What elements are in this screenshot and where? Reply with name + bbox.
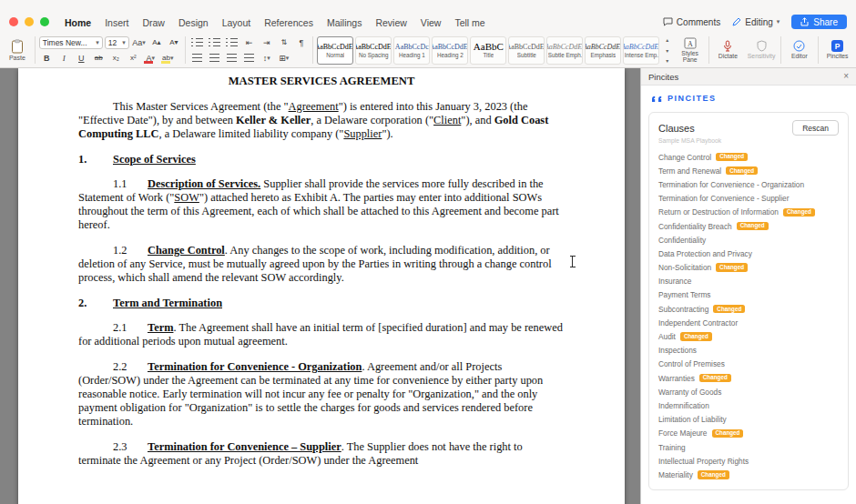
zoom-window-button[interactable] xyxy=(40,17,49,26)
clause-item-termination-for-convenience-organization[interactable]: Termination for Convenience - Organizati… xyxy=(658,177,839,191)
styles-gallery-scroll[interactable]: ▴ ▾ ▾ xyxy=(663,36,671,64)
multilevel-list-button[interactable] xyxy=(224,36,239,49)
clause-item-non-solicitation[interactable]: Non-SolicitationChanged xyxy=(658,261,839,275)
style-normal[interactable]: AaBbCcDdEeNormal xyxy=(317,36,353,65)
justify-button[interactable] xyxy=(241,52,257,65)
clause-label: Confidentiality xyxy=(658,236,706,245)
tab-design[interactable]: Design xyxy=(178,15,209,30)
style-subtitle[interactable]: AaBbCcDdEeSubtitle xyxy=(508,36,545,65)
document-paragraph: This Master Services Agreement (the "Agr… xyxy=(78,100,565,141)
clause-label: Term and Renewal xyxy=(658,166,721,176)
style-heading-2[interactable]: AaBbCcDdEeHeading 2 xyxy=(432,36,468,65)
rescan-button[interactable]: Rescan xyxy=(792,120,839,136)
clause-item-termination-for-convenience-supplier[interactable]: Termination for Convenience - Supplier xyxy=(658,192,839,206)
clause-label: Force Majeure xyxy=(658,428,708,438)
clause-item-training[interactable]: Training xyxy=(658,440,839,454)
share-button[interactable]: Share xyxy=(791,15,847,29)
shrink-font-button[interactable]: A▾ xyxy=(166,36,181,49)
tab-draw[interactable]: Draw xyxy=(141,15,166,30)
change-case-button[interactable]: Aa▾ xyxy=(131,36,148,49)
bold-button[interactable]: B xyxy=(39,52,55,65)
document-page[interactable]: MASTER SERVICES AGREEMENT This Master Se… xyxy=(18,68,625,504)
style-subtle-emph[interactable]: AaBbCcDdEeSubtle Emph... xyxy=(546,36,583,65)
clause-item-return-or-destruction-of-information[interactable]: Return or Destruction of InformationChan… xyxy=(658,206,839,219)
grow-font-button[interactable]: A▴ xyxy=(148,36,164,49)
align-center-button[interactable] xyxy=(207,52,222,65)
pincites-logo-text: PINCITES xyxy=(667,94,717,103)
editing-mode-button[interactable]: Editing ▾ xyxy=(732,17,780,27)
tab-tell-me[interactable]: Tell me xyxy=(453,15,485,30)
clause-item-independent-contractor[interactable]: Independent Contractor xyxy=(658,316,839,329)
gallery-scroll-up-icon[interactable]: ▴ xyxy=(666,36,668,43)
styles-pane-button[interactable]: A Styles Pane xyxy=(675,37,705,64)
tab-layout[interactable]: Layout xyxy=(221,15,252,30)
tab-view[interactable]: View xyxy=(420,15,443,30)
clause-item-indemnification[interactable]: Indemnification xyxy=(658,398,839,412)
style-title[interactable]: AaBbCTitle xyxy=(470,36,506,65)
style-intense-emp[interactable]: AaBbCcDdEeIntense Emp... xyxy=(623,36,659,65)
clause-label: Payment Terms xyxy=(658,290,710,299)
minimize-window-button[interactable] xyxy=(25,17,34,26)
styles-gallery: AaBbCcDdEeNormalAaBbCcDdEeNo SpacingAaBb… xyxy=(317,36,659,65)
clause-item-force-majeure[interactable]: Force MajeureChanged xyxy=(658,427,839,440)
borders-button[interactable]: ⊞▾ xyxy=(276,52,291,65)
editor-button[interactable]: Editor xyxy=(785,40,815,60)
outdent-button[interactable]: ⇤ xyxy=(241,36,257,49)
tab-references[interactable]: References xyxy=(263,15,314,30)
superscript-button[interactable]: x² xyxy=(126,52,141,65)
clause-item-subcontracting[interactable]: SubcontractingChanged xyxy=(658,302,839,316)
indent-button[interactable]: ⇥ xyxy=(259,36,274,49)
tab-home[interactable]: Home xyxy=(64,15,92,30)
style-heading-1[interactable]: AaBbCcDcHeading 1 xyxy=(393,36,430,65)
bullet-list-button[interactable] xyxy=(189,36,205,49)
close-window-button[interactable] xyxy=(9,17,18,26)
close-panel-icon[interactable]: × xyxy=(843,72,849,81)
clause-item-change-control[interactable]: Change ControlChanged xyxy=(658,150,839,164)
tab-insert[interactable]: Insert xyxy=(104,15,129,30)
font-size-select[interactable]: 12▾ xyxy=(105,36,129,49)
clause-item-insurance[interactable]: Insurance xyxy=(658,275,839,288)
line-spacing-button[interactable]: ↕▾ xyxy=(259,52,274,65)
pincites-addin-button[interactable]: P Pincites xyxy=(822,40,852,60)
numbered-list-button[interactable] xyxy=(207,36,222,49)
style-emphasis[interactable]: AaBbCcDdEeEmphasis xyxy=(585,36,621,65)
font-color-button[interactable]: A▾ xyxy=(143,52,158,65)
gallery-expand-icon[interactable]: ▾ xyxy=(666,57,668,64)
underline-button[interactable]: U xyxy=(74,52,89,65)
clause-item-audit[interactable]: AuditChanged xyxy=(658,329,839,343)
subscript-button[interactable]: x₂ xyxy=(108,52,124,65)
tab-review[interactable]: Review xyxy=(374,15,407,30)
clause-item-payment-terms[interactable]: Payment Terms xyxy=(658,288,839,302)
style-no-spacing[interactable]: AaBbCcDdEeNo Spacing xyxy=(355,36,392,65)
gallery-scroll-down-icon[interactable]: ▾ xyxy=(666,47,668,54)
font-name-select[interactable]: Times New...▾ xyxy=(39,36,103,49)
dictate-button[interactable]: Dictate xyxy=(713,40,743,60)
tab-mailings[interactable]: Mailings xyxy=(326,15,363,30)
clause-item-warranties[interactable]: WarrantiesChanged xyxy=(658,371,839,385)
sensitivity-button[interactable]: Sensitivity xyxy=(747,40,777,60)
clause-item-limitation-of-liability[interactable]: Limitation of Liability xyxy=(658,413,839,427)
clause-item-materiality[interactable]: MaterialityChanged xyxy=(658,468,839,481)
sort-button[interactable]: ⇅ xyxy=(276,36,291,49)
paste-button[interactable]: Paste xyxy=(4,39,31,62)
clause-item-intellectual-property-rights[interactable]: Intellectual Property Rights xyxy=(658,454,839,468)
clause-item-control-of-premises[interactable]: Control of Premises xyxy=(658,358,839,371)
chevron-down-icon: ▾ xyxy=(142,39,146,46)
comments-button[interactable]: Comments xyxy=(663,17,720,27)
clause-item-confidentiality-breach[interactable]: Confidentiality BreachChanged xyxy=(658,219,839,233)
pincites-addin-icon: P xyxy=(831,40,843,52)
font-size-value: 12 xyxy=(108,38,117,47)
clause-item-warranty-of-goods[interactable]: Warranty of Goods xyxy=(658,385,839,398)
highlight-button[interactable]: ab▾ xyxy=(160,52,176,65)
clause-item-data-protection-and-privacy[interactable]: Data Protection and Privacy xyxy=(658,247,839,260)
show-paragraph-marks-button[interactable]: ¶ xyxy=(293,36,309,49)
clause-item-confidentiality[interactable]: Confidentiality xyxy=(658,233,839,247)
clause-item-inspections[interactable]: Inspections xyxy=(658,344,839,358)
clause-item-term-and-renewal[interactable]: Term and RenewalChanged xyxy=(658,164,839,177)
document-heading: 1.Scope of Services xyxy=(78,153,565,166)
align-left-button[interactable] xyxy=(189,52,205,65)
align-right-button[interactable] xyxy=(224,52,239,65)
strikethrough-button[interactable]: ab xyxy=(91,52,107,65)
italic-button[interactable]: I xyxy=(56,52,72,65)
clause-label: Confidentiality Breach xyxy=(658,222,732,231)
